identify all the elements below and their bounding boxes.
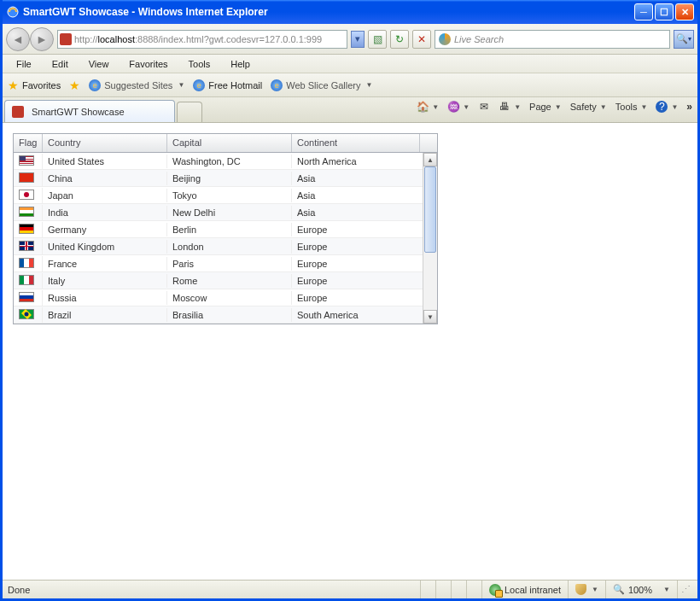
- table-row[interactable]: IndiaNew DelhiAsia: [14, 204, 423, 221]
- cell-flag: [14, 256, 43, 271]
- cell-capital: Rome: [167, 274, 292, 288]
- scroll-down-button[interactable]: ▼: [423, 310, 437, 324]
- cell-flag: [14, 188, 43, 203]
- maximize-button[interactable]: ☐: [655, 3, 674, 20]
- table-row[interactable]: United StatesWashington, DCNorth America: [14, 153, 423, 170]
- cell-continent: Europe: [292, 223, 420, 236]
- table-row[interactable]: RussiaMoscowEurope: [14, 289, 423, 306]
- cell-continent: South America: [292, 308, 420, 322]
- stop-button[interactable]: ✕: [412, 30, 431, 49]
- cell-country: Italy: [43, 274, 167, 288]
- back-button[interactable]: ◄: [6, 27, 30, 51]
- help-icon: ?: [656, 101, 668, 113]
- shield-icon: [575, 584, 586, 595]
- table-row[interactable]: ItalyRomeEurope: [14, 272, 423, 289]
- window-title: SmartGWT Showcase - Windows Internet Exp…: [23, 6, 634, 18]
- col-capital[interactable]: Capital: [167, 134, 292, 152]
- command-bar: 🏠▼ ♒▼ ✉ 🖶▼ Page▼ Safety▼ Tools▼ ?▼ »: [417, 101, 692, 113]
- cell-capital: Paris: [167, 257, 292, 271]
- print-button[interactable]: 🖶▼: [499, 101, 521, 113]
- cell-continent: Asia: [292, 172, 420, 185]
- cell-country: Germany: [43, 223, 167, 236]
- new-tab-button[interactable]: [177, 102, 202, 122]
- protected-mode[interactable]: ▼: [568, 581, 605, 598]
- table-row[interactable]: FranceParisEurope: [14, 255, 423, 272]
- grid-scrollbar[interactable]: ▲ ▼: [423, 153, 437, 324]
- table-row[interactable]: ChinaBeijingAsia: [14, 170, 423, 187]
- forward-button[interactable]: ►: [30, 27, 54, 51]
- cell-continent: Europe: [292, 274, 420, 288]
- menubar: File Edit View Favorites Tools Help: [3, 55, 697, 73]
- mail-button[interactable]: ✉: [478, 101, 490, 113]
- page-menu[interactable]: Page▼: [529, 102, 562, 112]
- col-continent[interactable]: Continent: [292, 134, 420, 152]
- home-button[interactable]: 🏠▼: [417, 101, 439, 113]
- flag-icon: [19, 258, 34, 268]
- tools-menu[interactable]: Tools▼: [615, 102, 648, 112]
- table-row[interactable]: United KingdomLondonEurope: [14, 238, 423, 255]
- cell-country: India: [43, 206, 167, 219]
- resize-grip[interactable]: ⋰: [677, 581, 692, 598]
- minimize-button[interactable]: ─: [634, 3, 653, 20]
- scroll-thumb[interactable]: [424, 166, 436, 253]
- favorites-button[interactable]: ★ Favorites: [8, 79, 61, 92]
- menu-favorites[interactable]: Favorites: [120, 57, 176, 71]
- menu-tools[interactable]: Tools: [180, 57, 219, 71]
- address-text: http://localhost:8888/index.html?gwt.cod…: [74, 34, 345, 44]
- refresh-button[interactable]: ↻: [390, 30, 409, 49]
- web-slice-link[interactable]: e Web Slice Gallery ▼: [271, 79, 372, 91]
- table-row[interactable]: BrazilBrasiliaSouth America: [14, 306, 423, 324]
- home-icon: 🏠: [417, 101, 429, 113]
- cell-continent: Europe: [292, 291, 420, 305]
- table-row[interactable]: GermanyBerlinEurope: [14, 221, 423, 238]
- help-button[interactable]: ?▼: [656, 101, 678, 113]
- close-button[interactable]: ✕: [675, 3, 694, 20]
- address-bar[interactable]: http://localhost:8888/index.html?gwt.cod…: [57, 30, 347, 49]
- flag-icon: [19, 292, 34, 302]
- cell-country: United States: [43, 155, 167, 168]
- col-flag[interactable]: Flag: [14, 134, 43, 152]
- cell-continent: Asia: [292, 189, 420, 202]
- suggested-sites-link[interactable]: e Suggested Sites ▼: [89, 79, 184, 91]
- cell-country: China: [43, 172, 167, 185]
- tab-bar: SmartGWT Showcase 🏠▼ ♒▼ ✉ 🖶▼ Page▼ Safet…: [3, 97, 697, 123]
- scroll-up-button[interactable]: ▲: [423, 153, 437, 166]
- cell-flag: [14, 273, 43, 289]
- security-zone[interactable]: Local intranet: [481, 581, 568, 598]
- zone-icon: [489, 584, 501, 596]
- scroll-track[interactable]: [423, 166, 437, 310]
- cell-flag: [14, 239, 43, 254]
- menu-file[interactable]: File: [8, 57, 40, 71]
- menu-view[interactable]: View: [80, 57, 118, 71]
- flag-icon: [19, 190, 34, 200]
- tab-active[interactable]: SmartGWT Showcase: [4, 100, 175, 122]
- titlebar[interactable]: SmartGWT Showcase - Windows Internet Exp…: [3, 0, 697, 24]
- grid-body: United StatesWashington, DCNorth America…: [14, 153, 423, 324]
- add-favorite-button[interactable]: ★: [69, 79, 80, 92]
- feeds-button[interactable]: ♒▼: [447, 101, 470, 113]
- menu-help[interactable]: Help: [222, 57, 259, 71]
- table-row[interactable]: JapanTokyoAsia: [14, 187, 423, 204]
- cell-capital: Brasilia: [167, 308, 292, 322]
- ie-small-icon: e: [193, 79, 205, 91]
- cell-flag: [14, 205, 43, 220]
- safety-menu[interactable]: Safety▼: [570, 102, 607, 112]
- compat-button[interactable]: ▧: [368, 30, 387, 49]
- print-icon: 🖶: [499, 101, 510, 113]
- free-hotmail-link[interactable]: e Free Hotmail: [193, 79, 262, 91]
- search-box[interactable]: Live Search: [435, 30, 670, 49]
- overflow-button[interactable]: »: [686, 101, 692, 113]
- statusbar: Done Local intranet ▼ 🔍 100% ▼ ⋰: [3, 580, 697, 598]
- menu-edit[interactable]: Edit: [44, 57, 77, 71]
- cell-flag: [14, 307, 43, 323]
- cell-flag: [14, 154, 43, 169]
- cell-flag: [14, 171, 43, 186]
- search-go-button[interactable]: 🔍▾: [674, 30, 694, 49]
- status-text: Done: [8, 585, 420, 595]
- flag-icon: [19, 155, 34, 166]
- address-dropdown[interactable]: ▾: [351, 31, 365, 48]
- cell-flag: [14, 290, 43, 306]
- col-country[interactable]: Country: [43, 134, 167, 152]
- col-scroll-spacer: [420, 134, 435, 152]
- zoom-control[interactable]: 🔍 100% ▼: [605, 581, 677, 598]
